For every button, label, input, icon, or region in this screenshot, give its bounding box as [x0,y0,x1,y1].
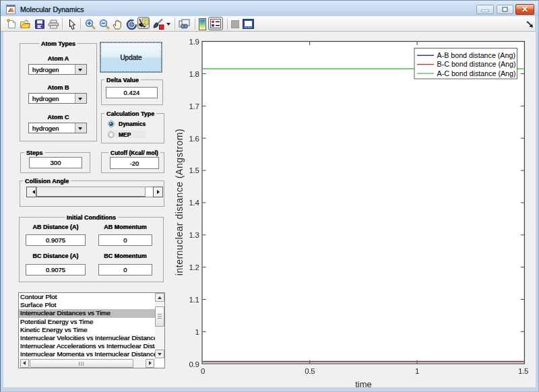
svg-text:0: 0 [201,367,205,375]
svg-text:internuclear distance (Angstro: internuclear distance (Angstrom) [174,129,185,275]
svg-text:1: 1 [415,367,419,375]
svg-text:1: 1 [195,328,199,336]
svg-text:B-C bond distance (Ang): B-C bond distance (Ang) [437,60,516,68]
svg-text:0.5: 0.5 [305,367,315,375]
svg-text:1.1: 1.1 [189,296,199,304]
svg-text:0.9: 0.9 [189,360,199,368]
svg-text:1.7: 1.7 [189,102,199,110]
svg-text:1.2: 1.2 [189,263,199,271]
svg-text:1.3: 1.3 [189,231,199,239]
svg-text:time: time [355,379,372,389]
svg-text:1.4: 1.4 [189,199,199,207]
svg-text:1.6: 1.6 [189,135,199,143]
svg-text:1.5: 1.5 [518,367,528,375]
svg-text:A-C bond distance (Ang): A-C bond distance (Ang) [437,69,516,77]
svg-text:A-B bond distance (Ang): A-B bond distance (Ang) [437,51,515,59]
svg-text:1.9: 1.9 [189,38,199,46]
svg-text:1.8: 1.8 [189,70,199,78]
svg-text:1.5: 1.5 [189,166,199,174]
